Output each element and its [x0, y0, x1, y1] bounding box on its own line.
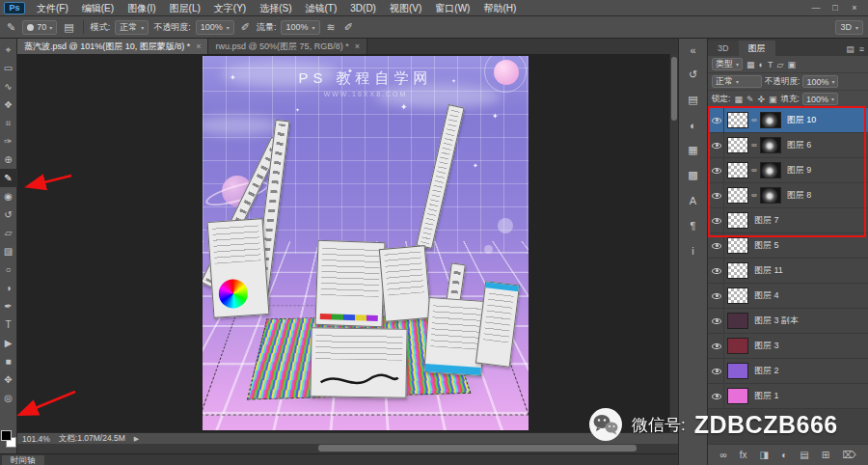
history-panel-icon[interactable]: ↺ [683, 67, 704, 83]
filter-shape-layers-icon[interactable]: ▱ [775, 60, 784, 69]
blend-mode-select[interactable]: 正常 [115, 20, 149, 35]
panel-collapse-icon[interactable]: ▤ [846, 44, 854, 54]
document-tab[interactable]: 蒸汽波.psd @ 101%(图层 10, 图层蒙版/8) * [17, 39, 208, 54]
layer-row[interactable]: 图层 8 [708, 183, 868, 208]
paragraph-panel-icon[interactable]: ¶ [683, 217, 704, 233]
layer-blend-mode-select[interactable]: 正常 [712, 75, 762, 88]
layer-row[interactable]: 图层 3 副本 [708, 309, 868, 334]
new-layer-icon[interactable]: ⊞ [822, 450, 829, 460]
collapse-dock-icon[interactable]: « [683, 41, 704, 58]
layer-thumbnail[interactable] [727, 338, 748, 354]
layer-visibility-toggle[interactable] [710, 108, 724, 132]
airbrush-toggle-icon[interactable]: ≋ [325, 21, 338, 34]
layer-visibility-toggle[interactable] [710, 233, 724, 258]
vertical-scrollbar[interactable] [669, 54, 678, 432]
tab-close-icon[interactable] [355, 41, 360, 51]
brush-preset-picker[interactable]: 70 [22, 20, 57, 35]
layer-visibility-toggle[interactable] [710, 158, 724, 182]
pressure-opacity-icon[interactable]: ✐ [239, 21, 252, 34]
document-canvas[interactable]: PS 教程自学网 WWW.16XX8.COM [203, 56, 529, 430]
fill-select[interactable]: 100% [802, 93, 838, 105]
eyedropper-tool[interactable]: ✑ [0, 132, 17, 150]
link-layers-icon[interactable]: ∞ [720, 450, 727, 460]
move-tool[interactable]: ⌖ [0, 41, 17, 59]
crop-tool[interactable]: ⌗ [0, 114, 17, 132]
flow-select[interactable]: 100% [281, 20, 319, 35]
panel-menu-icon[interactable]: ≡ [859, 44, 864, 54]
brush-tool-preset-icon[interactable]: ✎ [5, 21, 17, 34]
layer-visibility-toggle[interactable] [710, 183, 724, 207]
spot-healing-brush-tool[interactable]: ⊕ [0, 150, 17, 169]
filter-type-select[interactable]: 类型 [712, 58, 743, 70]
info-panel-icon[interactable]: i [683, 242, 704, 259]
pressure-size-icon[interactable]: ✐ [342, 21, 355, 34]
layer-thumbnail[interactable] [727, 162, 748, 178]
layer-thumbnail[interactable] [727, 187, 748, 204]
layer-row[interactable]: 图层 3 [708, 334, 868, 359]
color-panel-icon[interactable]: ▩ [683, 167, 704, 183]
lasso-tool[interactable]: ∿ [0, 77, 17, 96]
document-tab[interactable]: rwu.psd @ 50%(图层 75, RGB/8) * [208, 39, 366, 54]
zoom-level[interactable]: 101.4% [22, 434, 50, 444]
blur-tool[interactable]: ○ [0, 260, 17, 279]
add-layer-mask-icon[interactable]: ◨ [760, 450, 769, 460]
menu-item[interactable]: 帮助(H) [476, 0, 523, 16]
filter-adjustment-layers-icon[interactable]: ◐ [758, 60, 765, 69]
rectangular-marquee-tool[interactable]: ▭ [0, 59, 17, 77]
layer-thumbnail[interactable] [727, 212, 748, 229]
menu-item[interactable]: 选择(S) [253, 0, 298, 16]
properties-panel-icon[interactable]: ▤ [683, 92, 704, 108]
layer-visibility-toggle[interactable] [710, 359, 724, 383]
menu-item[interactable]: 3D(D) [343, 0, 383, 16]
lock-position-icon[interactable]: ✜ [756, 95, 766, 104]
tab-layers[interactable]: 图层 [739, 41, 775, 56]
horizontal-scrollbar[interactable] [17, 444, 678, 453]
workspace-switcher[interactable]: 3D [835, 20, 863, 35]
layer-row[interactable]: 图层 9 [708, 158, 868, 183]
filter-pixel-layers-icon[interactable]: ▦ [746, 60, 756, 69]
menu-item[interactable]: 编辑(E) [75, 0, 121, 16]
layer-mask-thumbnail[interactable] [760, 137, 781, 153]
styles-panel-icon[interactable]: ▦ [683, 142, 704, 158]
layer-thumbnail[interactable] [727, 237, 748, 254]
canvas-area[interactable]: PS 教程自学网 WWW.16XX8.COM [17, 54, 678, 432]
lock-all-icon[interactable]: ▣ [768, 95, 778, 104]
eraser-tool[interactable]: ▱ [0, 224, 17, 242]
vertical-scrollbar-thumb[interactable] [671, 57, 677, 121]
menu-item[interactable]: 视图(V) [383, 0, 428, 16]
layer-thumbnail[interactable] [727, 388, 748, 404]
filter-smart-objects-icon[interactable]: ▣ [786, 60, 797, 69]
pen-tool[interactable]: ✒ [0, 297, 17, 315]
menu-item[interactable]: 文件(F) [30, 0, 75, 16]
character-panel-icon[interactable]: A [683, 192, 704, 208]
layer-visibility-toggle[interactable] [710, 133, 724, 157]
layer-thumbnail[interactable] [727, 313, 748, 329]
dodge-tool[interactable]: ◑ [0, 279, 17, 297]
layer-mask-thumbnail[interactable] [760, 162, 781, 178]
opacity-select[interactable]: 100% [196, 20, 234, 35]
horizontal-scrollbar-thumb[interactable] [318, 445, 637, 451]
menu-item[interactable]: 图像(I) [121, 0, 162, 16]
layer-thumbnail[interactable] [727, 137, 748, 153]
layer-thumbnail[interactable] [727, 287, 748, 304]
history-brush-tool[interactable]: ↺ [0, 205, 17, 224]
tab-close-icon[interactable] [196, 41, 201, 51]
foreground-color-swatch[interactable] [1, 430, 12, 441]
lock-pixels-icon[interactable]: ✎ [746, 95, 755, 104]
zoom-tool[interactable]: ◎ [0, 389, 17, 407]
layer-row[interactable]: 图层 1 [708, 384, 868, 409]
path-selection-tool[interactable]: ▶ [0, 334, 17, 352]
adjustments-panel-icon[interactable]: ◐ [683, 117, 704, 133]
menu-item[interactable]: 滤镜(T) [299, 0, 344, 16]
status-flyout-button[interactable]: ▶ [134, 435, 139, 443]
layer-visibility-toggle[interactable] [710, 309, 724, 333]
layer-visibility-toggle[interactable] [710, 284, 724, 308]
layer-row[interactable]: 图层 4 [708, 284, 868, 309]
minimize-button[interactable]: — [806, 1, 826, 15]
layer-visibility-toggle[interactable] [710, 208, 724, 232]
layer-row[interactable]: 图层 5 [708, 233, 868, 259]
new-group-icon[interactable]: ▤ [800, 450, 808, 460]
layer-opacity-select[interactable]: 100% [802, 75, 838, 88]
menu-item[interactable]: 图层(L) [163, 0, 207, 16]
brush-tool[interactable]: ✎ [0, 169, 17, 187]
